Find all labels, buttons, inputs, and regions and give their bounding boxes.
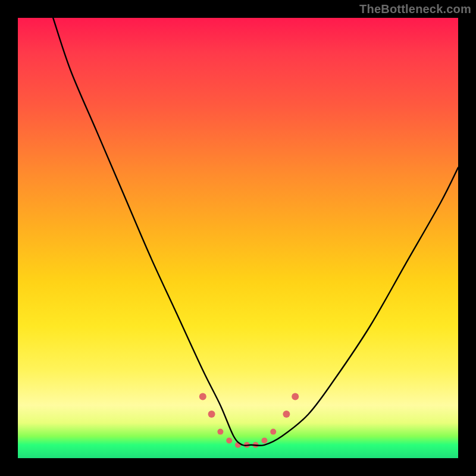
marker-dot (261, 437, 267, 443)
chart-frame: TheBottleneck.com (0, 0, 476, 476)
curve-path (53, 18, 458, 446)
chart-svg (18, 18, 458, 458)
marker-dot (208, 411, 215, 418)
attribution-text: TheBottleneck.com (359, 2, 471, 16)
marker-dot (270, 429, 276, 435)
markers-group (199, 393, 299, 447)
marker-dot (199, 393, 206, 400)
plot-area (18, 18, 458, 458)
marker-dot (226, 437, 232, 443)
marker-dot (283, 411, 290, 418)
marker-dot (217, 429, 223, 435)
marker-dot (292, 393, 299, 400)
